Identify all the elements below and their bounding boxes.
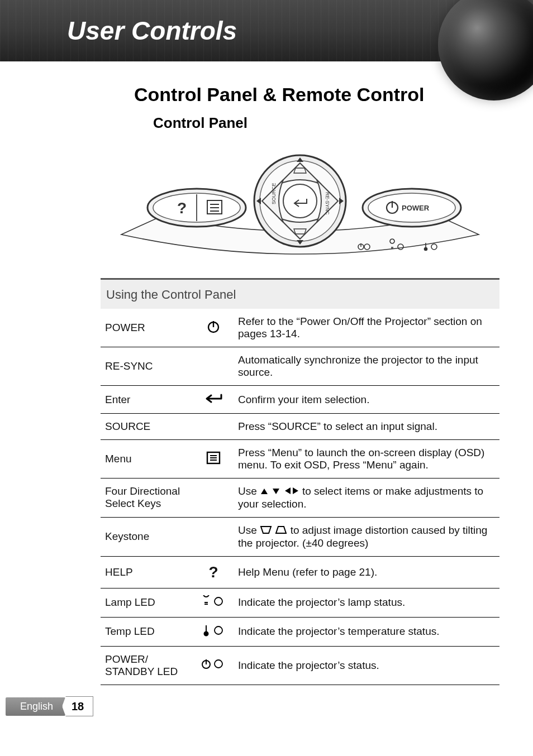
row-label: POWER/ STANDBY LED (101, 646, 193, 685)
keystone-down-icon (260, 525, 272, 537)
table-row: HELP ? Help Menu (refer to page 21). (101, 556, 499, 588)
page-footer: English 18 (6, 696, 93, 717)
table-row: SOURCE Press “SOURCE” to select an input… (101, 414, 499, 440)
heading-1: Control Panel & Remote Control (134, 84, 499, 106)
row-desc: Use to adjust image distortion caused by… (234, 517, 499, 556)
row-desc: Press “SOURCE” to select an input signal… (234, 414, 499, 440)
row-label: Menu (101, 440, 193, 479)
diagram-power-pod: POWER (363, 189, 461, 227)
svg-point-44 (215, 660, 222, 668)
svg-point-38 (215, 597, 222, 605)
control-panel-diagram: ? (101, 145, 499, 268)
row-label: RE-SYNC (101, 347, 193, 386)
row-label: Keystone (101, 517, 193, 556)
svg-marker-34 (261, 489, 268, 494)
svg-text:SOURCE: SOURCE (271, 183, 277, 204)
table-row: Enter Confirm your item selection. (101, 386, 499, 414)
footer-page-number: 18 (62, 696, 93, 716)
svg-text:RE-SYNC: RE-SYNC (325, 192, 330, 215)
svg-marker-37 (293, 487, 298, 494)
power-icon (193, 309, 234, 347)
svg-point-27 (425, 248, 427, 251)
row-desc: Use to select items or make adjustments … (234, 479, 499, 518)
row-label: POWER (101, 309, 193, 347)
row-desc: Indicate the projector’s status. (234, 646, 499, 685)
row-desc: Automatically synchronize the projector … (234, 347, 499, 386)
svg-point-41 (215, 626, 222, 634)
help-icon: ? (193, 556, 234, 588)
arrow-left-icon (284, 486, 292, 498)
svg-point-9 (283, 184, 317, 218)
diagram-dpad: SOURCE RE-SYNC (254, 155, 346, 247)
row-label: Temp LED (101, 617, 193, 646)
table-row: Temp LED Indicate the projector’s temper… (101, 617, 499, 646)
row-desc: Indicate the projector’s lamp status. (234, 588, 499, 617)
heading-2: Control Panel (153, 114, 499, 132)
row-label: Enter (101, 386, 193, 414)
section-title: User Controls (67, 16, 237, 46)
row-desc: Confirm your item selection. (234, 386, 499, 414)
lamp-led-icon (193, 588, 234, 617)
footer-language: English (6, 697, 65, 716)
help-icon: ? (177, 199, 187, 217)
table-title: Using the Control Panel (101, 279, 499, 309)
keystone-up-icon (275, 525, 287, 537)
row-desc: Refer to the “Power On/Off the Projector… (234, 309, 499, 347)
temp-led-icon (193, 617, 234, 646)
controls-table: Using the Control Panel POWER Refer to t… (101, 278, 499, 685)
row-label: HELP (101, 556, 193, 588)
svg-point-25 (431, 244, 437, 250)
menu-icon (193, 440, 234, 479)
svg-point-40 (204, 631, 208, 635)
row-desc: Press “Menu” to launch the on-screen dis… (234, 440, 499, 479)
row-desc: Indicate the projector’s temperature sta… (234, 617, 499, 646)
arrow-up-icon (260, 486, 269, 498)
content-area: Control Panel & Remote Control Control P… (0, 61, 533, 685)
table-row: RE-SYNC Automatically synchronize the pr… (101, 347, 499, 386)
table-row: Four Directional Select Keys Use to sele… (101, 479, 499, 518)
arrow-down-icon (272, 486, 280, 498)
table-row: Menu Press “Menu” to launch the on-scree… (101, 440, 499, 479)
table-row: POWER Refer to the “Power On/Off the Pro… (101, 309, 499, 347)
diagram-left-pod: ? (147, 189, 246, 227)
power-led-icon (193, 646, 234, 685)
table-row: Lamp LED Indicate the projector’s lamp s… (101, 588, 499, 617)
table-row: Keystone Use to adjust image distortion … (101, 517, 499, 556)
enter-icon (193, 386, 234, 414)
row-label: Four Directional Select Keys (101, 479, 193, 518)
svg-marker-35 (273, 489, 279, 494)
svg-marker-36 (285, 487, 291, 494)
row-desc: Help Menu (refer to page 21). (234, 556, 499, 588)
row-label: Lamp LED (101, 588, 193, 617)
table-row: POWER/ STANDBY LED Indicate the projecto… (101, 646, 499, 685)
svg-text:POWER: POWER (402, 204, 430, 212)
page-header: User Controls (0, 0, 533, 61)
arrow-right-icon (292, 486, 299, 498)
row-label: SOURCE (101, 414, 193, 440)
